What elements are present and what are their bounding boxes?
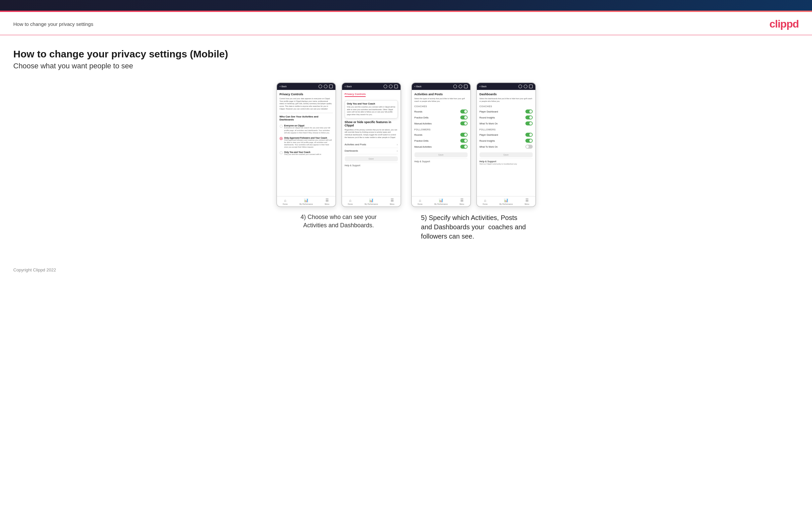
round-insights-toggle-4[interactable] bbox=[525, 115, 533, 119]
phone-body-3: Activities and Posts Select the types of… bbox=[412, 90, 470, 196]
what-work2-toggle-4[interactable] bbox=[525, 145, 533, 149]
nav-tab-menu-4[interactable]: ☰ Menu bbox=[525, 198, 529, 205]
arrow-row-activities[interactable]: Activities and Posts › bbox=[345, 142, 398, 148]
user-icon-4[interactable] bbox=[524, 84, 527, 88]
help-row-2[interactable]: Help & Support bbox=[345, 163, 398, 168]
nav-tab-perf-1[interactable]: 📊 My Performance bbox=[300, 198, 313, 205]
phone-pair-right: < Back Activities and Posts Select the t… bbox=[411, 82, 536, 207]
divider-1 bbox=[280, 113, 333, 113]
logo: clippd bbox=[769, 18, 799, 30]
nav-tab-home-4[interactable]: ⌂ Home bbox=[483, 199, 488, 205]
back-button-3[interactable]: < Back bbox=[414, 85, 422, 88]
section-desc-4: Select the dashboards that you'd like to… bbox=[479, 98, 533, 103]
back-button-2[interactable]: < Back bbox=[345, 85, 352, 88]
home-icon-4: ⌂ bbox=[484, 199, 486, 203]
radio-label-2: Only Approved Followers and Your Coach bbox=[284, 137, 333, 139]
menu-icon-2[interactable] bbox=[394, 84, 398, 88]
nav-icons-1 bbox=[318, 84, 333, 88]
nav-icons-3 bbox=[453, 84, 468, 88]
round-insights2-label-4: Round Insights bbox=[479, 140, 495, 142]
section-desc-3: Select the types of activity that you'd … bbox=[414, 98, 468, 103]
what-work-toggle-4[interactable] bbox=[525, 121, 533, 125]
search-icon-1[interactable] bbox=[318, 84, 322, 88]
top-bar bbox=[0, 0, 812, 12]
player-dash2-row-4: Player Dashboard bbox=[479, 132, 533, 138]
manual-row-3: Manual Activities bbox=[414, 120, 468, 126]
perf-label-1: My Performance bbox=[300, 203, 313, 205]
nav-tab-menu-1[interactable]: ☰ Menu bbox=[325, 198, 329, 205]
practice2-label-3: Practice Drills bbox=[414, 140, 429, 142]
round-insights-row-4: Round Insights bbox=[479, 114, 533, 120]
menu-icon-nav-1: ☰ bbox=[325, 198, 329, 203]
player-dash-toggle-4[interactable] bbox=[525, 110, 533, 113]
screenshots-row: < Back Privacy Controls Control how you … bbox=[13, 82, 799, 241]
manual2-toggle-3[interactable] bbox=[460, 145, 468, 149]
perf-label-4: My Performance bbox=[500, 203, 513, 205]
help-desc-4: Visit our Clippd community to troublesho… bbox=[479, 163, 517, 165]
help-label-4: Help & Support bbox=[479, 160, 497, 163]
menu-label-4: Menu bbox=[525, 203, 529, 205]
round-insights2-toggle-4[interactable] bbox=[525, 139, 533, 143]
save-btn-3[interactable]: Save bbox=[414, 152, 468, 157]
rounds2-toggle-3[interactable] bbox=[460, 133, 468, 137]
user-icon-1[interactable] bbox=[324, 84, 327, 88]
nav-tab-home-1[interactable]: ⌂ Home bbox=[283, 199, 288, 205]
perf-icon-3: 📊 bbox=[439, 198, 443, 203]
rounds-toggle-3[interactable] bbox=[460, 110, 468, 113]
followers-label-3: FOLLOWERS bbox=[414, 128, 468, 131]
radio-desc-2: Only approved followers and coaches you … bbox=[284, 139, 333, 149]
nav-tab-perf-4[interactable]: 📊 My Performance bbox=[500, 198, 513, 205]
popup-2: Only You and Your Coach Only you and the… bbox=[345, 100, 398, 118]
activities-label: Activities and Posts bbox=[345, 143, 366, 146]
radio-option-3[interactable]: Only You and Your Coach Only you and the… bbox=[280, 150, 333, 157]
radio-circle-3 bbox=[280, 151, 283, 154]
what-work-label-4: What To Work On bbox=[479, 122, 498, 125]
user-icon-3[interactable] bbox=[459, 84, 462, 88]
search-icon-3[interactable] bbox=[453, 84, 457, 88]
section2-title-2: Show or hide specific features in Clippd bbox=[345, 120, 398, 127]
home-label-4: Home bbox=[483, 203, 488, 205]
menu-icon-1[interactable] bbox=[329, 84, 333, 88]
back-button-1[interactable]: < Back bbox=[280, 85, 287, 88]
user-icon-2[interactable] bbox=[389, 84, 393, 88]
arrow-row-dashboards[interactable]: Dashboards › bbox=[345, 148, 398, 154]
rounds2-label-3: Rounds bbox=[414, 134, 422, 136]
caption-4: 4) Choose who can see yourActivities and… bbox=[301, 213, 376, 230]
privacy-tab-2[interactable]: Privacy Controls bbox=[345, 93, 366, 97]
nav-tab-menu-2[interactable]: ☰ Menu bbox=[390, 198, 395, 205]
radio-option-2[interactable]: Only Approved Followers and Your Coach O… bbox=[280, 135, 333, 150]
practice-row-3: Practice Drills bbox=[414, 114, 468, 120]
menu-icon-4[interactable] bbox=[529, 84, 533, 88]
nav-icons-4 bbox=[518, 84, 533, 88]
home-icon-3: ⌂ bbox=[419, 199, 421, 203]
help-row-4: Help & Support Visit our Clippd communit… bbox=[479, 159, 533, 166]
back-button-4[interactable]: < Back bbox=[479, 85, 487, 88]
radio-label-1: Everyone on Clippd bbox=[284, 124, 333, 127]
nav-tab-menu-3[interactable]: ☰ Menu bbox=[460, 198, 464, 205]
practice2-toggle-3[interactable] bbox=[460, 139, 468, 143]
nav-tab-perf-2[interactable]: 📊 My Performance bbox=[365, 198, 378, 205]
search-icon-4[interactable] bbox=[518, 84, 522, 88]
menu-icon-3[interactable] bbox=[464, 84, 468, 88]
nav-tab-home-2[interactable]: ⌂ Home bbox=[348, 199, 353, 205]
manual-toggle-3[interactable] bbox=[460, 121, 468, 125]
manual2-row-3: Manual Activities bbox=[414, 144, 468, 150]
round-insights2-row-4: Round Insights bbox=[479, 138, 533, 144]
coaches-label-4: COACHES bbox=[479, 105, 533, 108]
nav-tab-perf-3[interactable]: 📊 My Performance bbox=[435, 198, 448, 205]
help-row-3[interactable]: Help & Support bbox=[414, 159, 468, 164]
group-left: < Back Privacy Controls Control how you … bbox=[276, 82, 401, 230]
round-insights-label-4: Round Insights bbox=[479, 116, 495, 119]
bottom-nav-4: ⌂ Home 📊 My Performance ☰ Menu bbox=[477, 196, 536, 206]
player-dash2-toggle-4[interactable] bbox=[525, 133, 533, 137]
save-btn-2[interactable]: Save bbox=[345, 156, 398, 161]
menu-label-2: Menu bbox=[390, 203, 395, 205]
practice-toggle-3[interactable] bbox=[460, 115, 468, 119]
player-dash-label-4: Player Dashboard bbox=[479, 111, 498, 113]
what-work2-label-4: What To Work On bbox=[479, 146, 498, 148]
save-btn-4[interactable]: Save bbox=[479, 152, 533, 157]
nav-tab-home-3[interactable]: ⌂ Home bbox=[417, 199, 422, 205]
radio-circle-1 bbox=[280, 125, 283, 128]
search-icon-2[interactable] bbox=[384, 84, 387, 88]
radio-option-1[interactable]: Everyone on Clippd Everyone on Clippd ca… bbox=[280, 123, 333, 135]
